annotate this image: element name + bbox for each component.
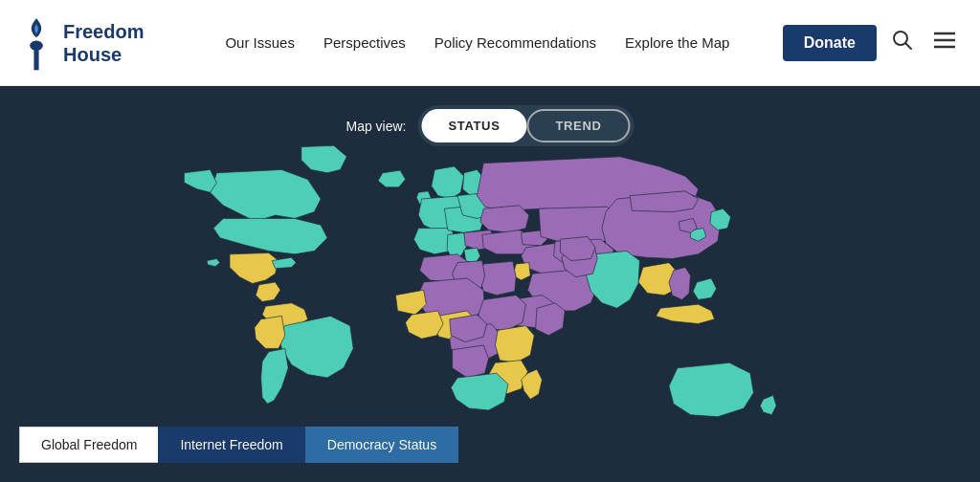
header: Freedom House Our Issues Perspectives Po… bbox=[0, 0, 980, 86]
bottom-tabs: Global Freedom Internet Freedom Democrac… bbox=[19, 427, 458, 463]
donate-button[interactable]: Donate bbox=[783, 25, 877, 61]
nav-our-issues[interactable]: Our Issues bbox=[225, 34, 295, 51]
tab-internet-freedom[interactable]: Internet Freedom bbox=[158, 427, 304, 463]
world-map[interactable] bbox=[10, 134, 970, 459]
toggle-trend[interactable]: TREND bbox=[526, 109, 630, 142]
search-icon bbox=[892, 30, 913, 51]
map-view-label: Map view: bbox=[345, 119, 406, 134]
logo-line2: House bbox=[63, 43, 144, 66]
map-toggle: Map view: STATUS TREND bbox=[345, 105, 634, 146]
header-actions: Donate bbox=[783, 25, 961, 61]
nav-policy-recommendations[interactable]: Policy Recommendations bbox=[434, 34, 596, 51]
toggle-group: STATUS TREND bbox=[418, 105, 635, 146]
svg-rect-0 bbox=[33, 47, 38, 70]
svg-point-1 bbox=[30, 40, 43, 50]
toggle-status[interactable]: STATUS bbox=[422, 109, 527, 142]
main-nav: Our Issues Perspectives Policy Recommend… bbox=[172, 34, 783, 51]
menu-button[interactable] bbox=[928, 28, 961, 57]
logo[interactable]: Freedom House bbox=[19, 14, 172, 72]
logo-icon bbox=[19, 14, 54, 72]
nav-explore-map[interactable]: Explore the Map bbox=[625, 34, 729, 51]
tab-democracy-status[interactable]: Democracy Status bbox=[305, 427, 458, 463]
tab-global-freedom[interactable]: Global Freedom bbox=[19, 427, 158, 463]
search-button[interactable] bbox=[886, 26, 919, 59]
svg-line-3 bbox=[906, 44, 912, 50]
hamburger-icon bbox=[934, 32, 955, 49]
map-container: Map view: STATUS TREND bbox=[0, 86, 980, 482]
nav-perspectives[interactable]: Perspectives bbox=[323, 34, 406, 51]
logo-line1: Freedom bbox=[63, 20, 144, 43]
